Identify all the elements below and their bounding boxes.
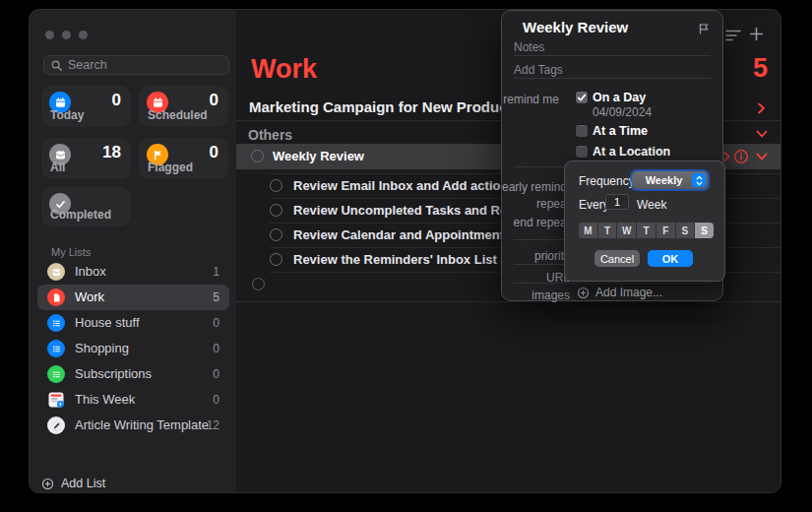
smart-list-completed[interactable]: Completed	[41, 187, 131, 226]
scheduled-label: Scheduled	[148, 108, 208, 122]
smart-list-today[interactable]: 0 Today	[41, 86, 131, 127]
all-count: 18	[102, 143, 121, 162]
chevron-down-icon[interactable]	[756, 129, 768, 139]
at-a-location-checkbox[interactable]	[576, 146, 588, 158]
search-icon	[50, 59, 63, 72]
on-a-day-checkbox[interactable]	[576, 92, 588, 103]
calendar-image-icon	[47, 391, 65, 409]
chevron-right-icon[interactable]	[756, 102, 767, 114]
sidebar-item-this-week[interactable]: This Week 0	[37, 387, 229, 413]
page-title: Work	[251, 54, 317, 85]
search-placeholder: Search	[68, 58, 107, 72]
at-a-time-checkbox[interactable]	[576, 125, 588, 137]
at-a-time-label: At a Time	[593, 124, 648, 138]
list-count: 5	[213, 285, 219, 310]
list-count: 1	[213, 259, 219, 285]
reminder-date[interactable]: 04/09/2024	[593, 105, 652, 119]
popup-title: Weekly Review	[523, 19, 628, 35]
close-button[interactable]	[45, 31, 54, 39]
list-name: House stuff	[75, 310, 140, 336]
add-image-label: Add Image...	[595, 286, 662, 299]
sidebar: Search 0 Today 0 Scheduled 18 All	[30, 10, 237, 492]
bullet-list-icon	[47, 365, 65, 383]
frequency-label: Frequency:	[579, 174, 638, 188]
sidebar-item-work[interactable]: Work 5	[37, 285, 229, 310]
list-count: 0	[213, 361, 219, 387]
today-count: 0	[112, 91, 121, 110]
tray-icon	[47, 263, 65, 281]
every-input[interactable]: 1	[605, 194, 629, 210]
today-label: Today	[50, 108, 84, 122]
flagged-count: 0	[210, 143, 219, 162]
complete-circle[interactable]	[270, 204, 282, 217]
my-lists-header: My Lists	[51, 246, 91, 258]
view-options-icon[interactable]	[725, 30, 741, 41]
list-name: Subscriptions	[75, 361, 152, 387]
zoom-button[interactable]	[79, 31, 88, 39]
tags-field[interactable]: Add Tags	[514, 63, 563, 77]
list-count: 0	[213, 310, 219, 336]
add-image-button[interactable]: Add Image...	[577, 286, 662, 299]
complete-circle[interactable]	[251, 150, 264, 162]
scheduled-count: 0	[210, 91, 219, 110]
divider	[514, 55, 711, 56]
add-reminder-icon[interactable]	[749, 27, 764, 41]
weekday-friday[interactable]: F	[656, 223, 675, 238]
weekday-segmented-control: M T W T F S S	[579, 223, 714, 238]
weekday-tuesday[interactable]: T	[598, 223, 617, 238]
chevron-right-icon[interactable]	[722, 151, 731, 162]
sidebar-item-article-writing-template[interactable]: Article Writing Template 12	[37, 413, 229, 438]
sidebar-item-house-stuff[interactable]: House stuff 0	[37, 310, 229, 336]
complete-circle[interactable]	[270, 228, 282, 241]
pencil-icon	[47, 416, 65, 434]
smart-list-scheduled[interactable]: 0 Scheduled	[139, 86, 228, 127]
repeat-options-popup: Frequency: Weekly Every 1 Week M T W T F…	[564, 160, 725, 282]
stepper-chevrons-icon	[692, 173, 706, 187]
remind-me-label: remind me	[502, 93, 559, 106]
on-a-day-label: On a Day	[593, 91, 646, 104]
new-reminder-circle[interactable]	[252, 278, 265, 290]
info-icon[interactable]	[733, 149, 749, 164]
smart-list-flagged[interactable]: 0 Flagged	[139, 138, 228, 179]
chevron-down-icon[interactable]	[756, 152, 768, 161]
sidebar-item-shopping[interactable]: Shopping 0	[37, 336, 229, 361]
flag-icon[interactable]	[697, 22, 711, 35]
weekday-wednesday[interactable]: W	[617, 223, 636, 238]
check-icon	[576, 92, 588, 103]
priority-label: priority	[502, 249, 570, 263]
unit-label: Week	[637, 198, 666, 212]
list-name: This Week	[75, 387, 135, 413]
sidebar-item-subscriptions[interactable]: Subscriptions 0	[37, 361, 229, 387]
list-name: Shopping	[75, 336, 129, 361]
ok-button[interactable]: OK	[648, 250, 693, 267]
images-label: images	[502, 288, 570, 302]
list-name: Inbox	[75, 259, 106, 285]
plus-circle-icon	[577, 287, 590, 299]
frequency-value: Weekly	[646, 174, 695, 186]
minimize-button[interactable]	[62, 31, 71, 39]
add-list-label: Add List	[61, 477, 105, 490]
weekday-thursday[interactable]: T	[637, 223, 656, 238]
list-name: Work	[75, 285, 104, 310]
early-reminder-label: early reminder	[502, 180, 570, 194]
complete-circle[interactable]	[270, 253, 282, 266]
weekday-saturday[interactable]: S	[676, 223, 695, 238]
desktop: Search 0 Today 0 Scheduled 18 All	[0, 0, 812, 512]
frequency-dropdown[interactable]: Weekly	[632, 171, 708, 189]
plus-circle-icon	[41, 478, 54, 490]
end-repeat-label: end repeat	[502, 216, 570, 229]
notes-field[interactable]: Notes	[514, 40, 544, 54]
parent-reminder-heading[interactable]: Marketing Campaign for New Product Lau	[249, 98, 542, 115]
sidebar-item-inbox[interactable]: Inbox 1	[37, 259, 229, 285]
complete-circle[interactable]	[270, 179, 282, 192]
list-count: 0	[213, 336, 219, 361]
smart-list-all[interactable]: 18 All	[41, 138, 131, 179]
weekday-monday[interactable]: M	[579, 223, 597, 238]
weekday-sunday[interactable]: S	[695, 223, 714, 238]
add-list-button[interactable]: Add List	[41, 477, 105, 490]
search-input[interactable]: Search	[43, 55, 229, 75]
reminder-title: Weekly Review	[273, 144, 364, 169]
cancel-button[interactable]: Cancel	[594, 250, 640, 267]
divider	[514, 283, 711, 284]
at-a-location-label: At a Location	[593, 145, 670, 159]
